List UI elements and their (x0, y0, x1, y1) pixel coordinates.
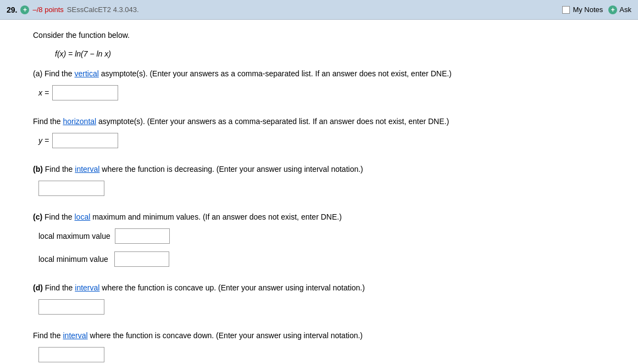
part-a-section: (a) Find the vertical asymptote(s). (Ent… (33, 68, 572, 100)
x-label: x = (38, 88, 49, 97)
plus-icon[interactable]: + (20, 5, 29, 14)
ask-button[interactable]: + Ask (608, 5, 631, 14)
interval-link-b[interactable]: interval (75, 165, 99, 173)
concave-down-input-row (38, 347, 572, 362)
part-a-vertical-text: (a) Find the vertical asymptote(s). (Ent… (33, 68, 572, 80)
horizontal-text: Find the horizontal asymptote(s). (Enter… (33, 116, 572, 127)
function-expr: f(x) = ln(7 − ln x) (55, 49, 111, 58)
main-content: Consider the function below. f(x) = ln(7… (0, 20, 604, 364)
local-min-label: local minimum value (38, 255, 110, 264)
y-input-row: y = (38, 133, 572, 148)
y-label: y = (38, 136, 49, 145)
part-b-label: (b) (33, 165, 43, 173)
local-link[interactable]: local (75, 212, 91, 221)
part-b-text: (b) Find the interval where the function… (33, 164, 572, 175)
decreasing-interval-input[interactable] (38, 181, 104, 196)
part-d-text: (d) Find the interval where the function… (33, 282, 572, 294)
local-max-input[interactable] (115, 228, 170, 244)
header-left: 29. + –/8 points SEssCalcET2 4.3.043. (7, 5, 139, 14)
local-min-row: local minimum value (38, 251, 572, 267)
local-min-input[interactable] (114, 251, 169, 267)
header-right: My Notes + Ask (562, 5, 631, 14)
y-asymptote-input[interactable] (52, 133, 118, 148)
b-input-row (38, 181, 572, 196)
header-bar: 29. + –/8 points SEssCalcET2 4.3.043. My… (0, 0, 638, 20)
ask-plus-icon: + (608, 5, 617, 14)
part-c-text: (c) Find the local maximum and minimum v… (33, 211, 572, 223)
consider-text: Consider the function below. (33, 31, 572, 40)
function-display: f(x) = ln(7 − ln x) (55, 49, 572, 58)
concave-up-input[interactable] (38, 299, 104, 315)
interval-link-down[interactable]: interval (63, 331, 87, 340)
concave-down-section: Find the interval where the function is … (33, 330, 572, 362)
part-d-label: (d) (33, 283, 43, 292)
my-notes-label: My Notes (573, 5, 603, 14)
part-d-section: (d) Find the interval where the function… (33, 282, 572, 315)
part-c-label: (c) (33, 212, 42, 221)
notes-icon (562, 6, 570, 14)
horizontal-asymptote-section: Find the horizontal asymptote(s). (Enter… (33, 116, 572, 148)
question-number: 29. (7, 5, 17, 14)
concave-down-text: Find the interval where the function is … (33, 330, 572, 341)
concave-down-input[interactable] (38, 347, 104, 362)
part-c-section: (c) Find the local maximum and minimum v… (33, 211, 572, 267)
points-text: –/8 points (32, 5, 63, 14)
interval-link-d[interactable]: interval (75, 283, 99, 292)
part-b-section: (b) Find the interval where the function… (33, 164, 572, 196)
x-asymptote-input[interactable] (52, 85, 118, 100)
my-notes-button[interactable]: My Notes (562, 5, 603, 14)
ask-label: Ask (619, 5, 631, 14)
horizontal-link[interactable]: horizontal (63, 117, 96, 126)
vertical-link[interactable]: vertical (74, 69, 98, 78)
problem-code: SEssCalcET2 4.3.043. (67, 5, 139, 14)
local-max-row: local maximum value (38, 228, 572, 244)
concave-up-input-row (38, 299, 572, 315)
part-a-vertical-label: (a) Find the vertical asymptote(s). (Ent… (33, 69, 452, 78)
local-max-label: local maximum value (38, 232, 110, 240)
x-input-row: x = (38, 85, 572, 100)
